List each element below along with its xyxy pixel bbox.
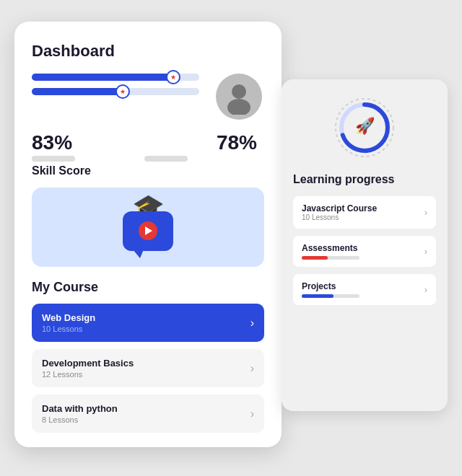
percent-value-1: 83% <box>32 131 144 154</box>
learning-item-2-info: Projects <box>302 281 359 298</box>
circle-progress-svg: 🚀 <box>332 95 397 160</box>
percent-block-2: 78% <box>144 131 264 162</box>
chevron-icon-0: › <box>250 317 254 330</box>
play-triangle <box>145 226 152 235</box>
bar-container-1: ★ <box>32 74 199 81</box>
bar-fill-1 <box>32 74 171 81</box>
bar-fill-2 <box>32 88 124 95</box>
course-name-2: Data with python <box>42 403 118 414</box>
speech-bubble <box>123 211 173 251</box>
progress-section: ★ ★ <box>32 74 264 120</box>
svg-point-1 <box>227 99 250 115</box>
percent-bar-decoration-1 <box>32 156 75 162</box>
course-lessons-2: 8 Lessons <box>42 415 118 424</box>
svg-text:🚀: 🚀 <box>355 116 375 136</box>
learning-item-0[interactable]: Javascript Course 10 Lessons › <box>293 196 436 229</box>
avatar-svg <box>221 79 257 115</box>
bar-track-2: ★ <box>32 88 199 95</box>
learning-item-0-info: Javascript Course 10 Lessons <box>302 203 377 221</box>
chevron-icon-2: › <box>250 407 254 420</box>
percent-bar-decoration-2 <box>144 156 188 162</box>
bar-container-2: ★ <box>32 88 199 95</box>
learning-item-1-name: Assessments <box>302 243 359 253</box>
skill-score-label: Skill Score <box>32 164 264 177</box>
percent-block-1: 83% <box>32 131 144 162</box>
progress-bars: ★ ★ <box>32 74 199 120</box>
course-item-2[interactable]: Data with python 8 Lessons › <box>32 395 264 433</box>
learning-progress-title: Learning progress <box>293 173 436 186</box>
star-icon-2: ★ <box>120 88 126 95</box>
circle-progress-wrap: 🚀 <box>293 95 436 160</box>
learning-item-0-name: Javascript Course <box>302 203 377 213</box>
svg-point-0 <box>232 84 246 99</box>
course-item-1[interactable]: Development Basics 12 Lessons › <box>32 349 264 387</box>
learning-item-1-info: Assessments <box>302 243 359 260</box>
chevron-icon-1: › <box>250 362 254 375</box>
learning-item-1-bar-track <box>302 256 359 260</box>
course-lessons-0: 10 Lessons <box>42 325 95 333</box>
learning-chevron-0: › <box>424 207 427 218</box>
star-icon-1: ★ <box>170 74 176 81</box>
learning-chevron-1: › <box>424 246 427 257</box>
course-item-0[interactable]: Web Design 10 Lessons › <box>32 304 264 342</box>
learning-item-1-bar-fill <box>302 256 328 260</box>
bar-track-1: ★ <box>32 74 199 81</box>
bar-icon-2: ★ <box>116 84 130 99</box>
course-name-1: Development Basics <box>42 358 134 369</box>
dashboard-title: Dashboard <box>32 42 264 61</box>
learning-item-2-bar-track <box>302 294 359 298</box>
course-item-1-info: Development Basics 12 Lessons <box>42 358 134 379</box>
percent-value-2: 78% <box>144 131 257 154</box>
course-banner: 🎓 <box>32 188 264 267</box>
learning-item-2[interactable]: Projects › <box>293 274 436 305</box>
learning-item-1[interactable]: Assessments › <box>293 236 436 267</box>
course-lessons-1: 12 Lessons <box>42 370 134 379</box>
course-item-0-info: Web Design 10 Lessons <box>42 312 95 333</box>
learning-item-0-sub: 10 Lessons <box>302 213 377 221</box>
main-card: Dashboard ★ <box>14 22 282 447</box>
my-course-title: My Course <box>32 280 264 295</box>
learning-item-2-name: Projects <box>302 281 359 291</box>
right-card: 🚀 Learning progress Javascript Course 10… <box>282 79 448 411</box>
bar-icon-1: ★ <box>166 70 180 84</box>
avatar <box>216 74 262 120</box>
avatar-section <box>214 74 264 120</box>
play-button-icon <box>139 221 157 240</box>
percentages-row: 83% 78% <box>32 131 264 162</box>
scene: Dashboard ★ <box>7 7 455 469</box>
course-name-0: Web Design <box>42 312 95 323</box>
learning-chevron-2: › <box>424 284 427 295</box>
learning-item-2-bar-fill <box>302 294 334 298</box>
banner-icon-wrap: 🎓 <box>112 198 184 256</box>
course-item-2-info: Data with python 8 Lessons <box>42 403 118 424</box>
